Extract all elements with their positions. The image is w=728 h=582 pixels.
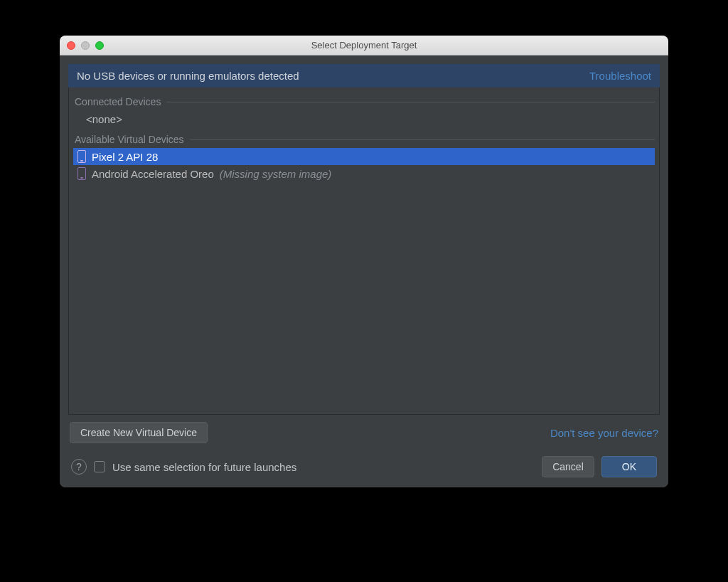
dialog-window: Select Deployment Target No USB devices …	[60, 36, 668, 487]
zoom-icon[interactable]	[95, 41, 104, 50]
window-title: Select Deployment Target	[60, 40, 668, 51]
troubleshoot-link[interactable]: Troubleshoot	[589, 70, 651, 82]
connected-none: <none>	[73, 110, 655, 129]
dialog-content: No USB devices or running emulators dete…	[60, 55, 668, 487]
help-icon[interactable]: ?	[71, 459, 87, 475]
phone-icon	[77, 150, 86, 163]
minimize-icon	[81, 41, 90, 50]
device-list-area: Connected Devices <none> Available Virtu…	[68, 88, 660, 415]
device-row-pixel-2-api-28[interactable]: Pixel 2 API 28	[73, 148, 655, 165]
available-devices-header: Available Virtual Devices	[75, 134, 655, 145]
create-new-virtual-device-button[interactable]: Create New Virtual Device	[70, 422, 208, 443]
footer-left: ? Use same selection for future launches	[71, 459, 296, 475]
cancel-button[interactable]: Cancel	[542, 456, 594, 477]
use-same-selection-label[interactable]: Use same selection for future launches	[112, 461, 296, 473]
footer-right: Cancel OK	[542, 456, 657, 477]
device-note: (Missing system image)	[220, 168, 332, 180]
connected-devices-header: Connected Devices	[75, 96, 655, 107]
phone-icon	[77, 167, 86, 180]
dialog-footer: ? Use same selection for future launches…	[68, 456, 660, 477]
dont-see-device-link[interactable]: Don't see your device?	[550, 427, 658, 439]
status-message: No USB devices or running emulators dete…	[77, 70, 299, 82]
status-banner: No USB devices or running emulators dete…	[68, 64, 660, 88]
ok-button[interactable]: OK	[601, 456, 657, 477]
titlebar: Select Deployment Target	[60, 36, 668, 55]
device-name: Android Accelerated Oreo	[92, 168, 214, 180]
device-name: Pixel 2 API 28	[92, 151, 158, 163]
close-icon[interactable]	[67, 41, 75, 50]
traffic-lights	[60, 41, 104, 50]
use-same-selection-checkbox[interactable]	[94, 461, 105, 472]
below-list-row: Create New Virtual Device Don't see your…	[68, 422, 660, 443]
device-row-android-accelerated-oreo[interactable]: Android Accelerated Oreo (Missing system…	[73, 165, 655, 182]
